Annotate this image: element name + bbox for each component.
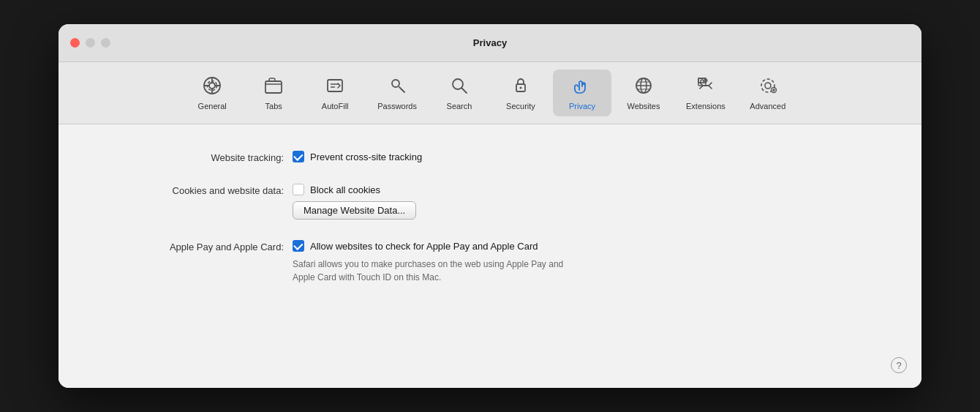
tab-privacy[interactable]: Privacy xyxy=(553,70,611,116)
apple-pay-label: Apple Pay and Apple Card: xyxy=(88,240,293,252)
tab-security-label: Security xyxy=(506,102,535,111)
tab-extensions-label: Extensions xyxy=(686,102,725,111)
tab-tabs-label: Tabs xyxy=(265,102,282,111)
allow-apple-pay-row: Allow websites to check for Apple Pay an… xyxy=(293,240,585,252)
search-icon xyxy=(449,75,470,99)
svg-point-1 xyxy=(209,83,215,89)
tab-advanced-label: Advanced xyxy=(750,102,785,111)
tab-search-label: Search xyxy=(447,102,472,111)
prevent-tracking-text: Prevent cross-site tracking xyxy=(310,151,422,162)
tab-security[interactable]: Security xyxy=(491,70,550,116)
traffic-lights xyxy=(70,38,110,48)
toolbar: General Tabs Au xyxy=(59,62,921,124)
manage-website-data-button[interactable]: Manage Website Data... xyxy=(293,201,416,220)
website-tracking-controls: Prevent cross-site tracking xyxy=(293,151,422,162)
svg-rect-7 xyxy=(265,81,282,93)
apple-pay-row: Apple Pay and Apple Card: Allow websites… xyxy=(88,240,892,284)
cookies-row: Cookies and website data: Block all cook… xyxy=(88,184,892,220)
apple-pay-controls: Allow websites to check for Apple Pay an… xyxy=(293,240,585,284)
tab-passwords[interactable]: Passwords xyxy=(367,70,427,116)
tab-search[interactable]: Search xyxy=(430,70,489,116)
advanced-icon xyxy=(758,75,778,99)
tab-advanced[interactable]: Advanced xyxy=(739,70,797,116)
maximize-button[interactable] xyxy=(101,38,110,48)
block-cookies-row: Block all cookies xyxy=(293,184,416,195)
minimize-button[interactable] xyxy=(86,38,95,48)
svg-point-11 xyxy=(392,80,399,87)
allow-apple-pay-text: Allow websites to check for Apple Pay an… xyxy=(310,241,538,252)
window-title: Privacy xyxy=(473,37,507,48)
security-icon xyxy=(510,75,531,99)
svg-point-16 xyxy=(519,87,521,89)
passwords-icon xyxy=(387,75,407,99)
autofill-icon xyxy=(325,75,345,99)
apple-pay-description-row: Safari allows you to make purchases on t… xyxy=(293,258,585,284)
content-area: Website tracking: Prevent cross-site tra… xyxy=(59,124,921,388)
website-tracking-label: Website tracking: xyxy=(88,151,293,163)
allow-apple-pay-checkbox[interactable] xyxy=(293,240,304,252)
help-button[interactable]: ? xyxy=(891,357,907,373)
prevent-tracking-row: Prevent cross-site tracking xyxy=(293,151,422,162)
cookies-controls: Block all cookies Manage Website Data... xyxy=(293,184,416,220)
tab-general[interactable]: General xyxy=(183,70,241,116)
svg-line-12 xyxy=(402,89,403,91)
tab-websites-label: Websites xyxy=(627,102,660,111)
tab-extensions[interactable]: Extensions xyxy=(676,70,736,116)
apple-pay-description: Safari allows you to make purchases on t… xyxy=(293,258,585,284)
svg-line-14 xyxy=(461,89,467,94)
website-tracking-row: Website tracking: Prevent cross-site tra… xyxy=(88,151,892,163)
prevent-tracking-checkbox[interactable] xyxy=(293,151,304,162)
privacy-icon xyxy=(572,75,592,99)
extensions-icon xyxy=(696,75,716,99)
block-cookies-checkbox[interactable] xyxy=(293,184,304,195)
tab-tabs[interactable]: Tabs xyxy=(244,70,303,116)
websites-icon xyxy=(633,75,654,99)
tab-passwords-label: Passwords xyxy=(377,102,417,111)
tabs-icon xyxy=(263,75,284,99)
safari-preferences-window: Privacy General xyxy=(59,24,921,388)
close-button[interactable] xyxy=(70,38,80,48)
tab-autofill-label: AutoFill xyxy=(322,102,349,111)
tab-autofill[interactable]: AutoFill xyxy=(306,70,364,116)
cookies-label: Cookies and website data: xyxy=(88,184,293,196)
tab-privacy-label: Privacy xyxy=(569,102,595,111)
manage-data-row: Manage Website Data... xyxy=(293,201,416,220)
general-icon xyxy=(202,75,222,99)
svg-point-23 xyxy=(765,83,771,89)
block-cookies-text: Block all cookies xyxy=(310,184,380,195)
titlebar: Privacy xyxy=(59,24,921,62)
tab-websites[interactable]: Websites xyxy=(614,70,673,116)
tab-general-label: General xyxy=(198,102,227,111)
